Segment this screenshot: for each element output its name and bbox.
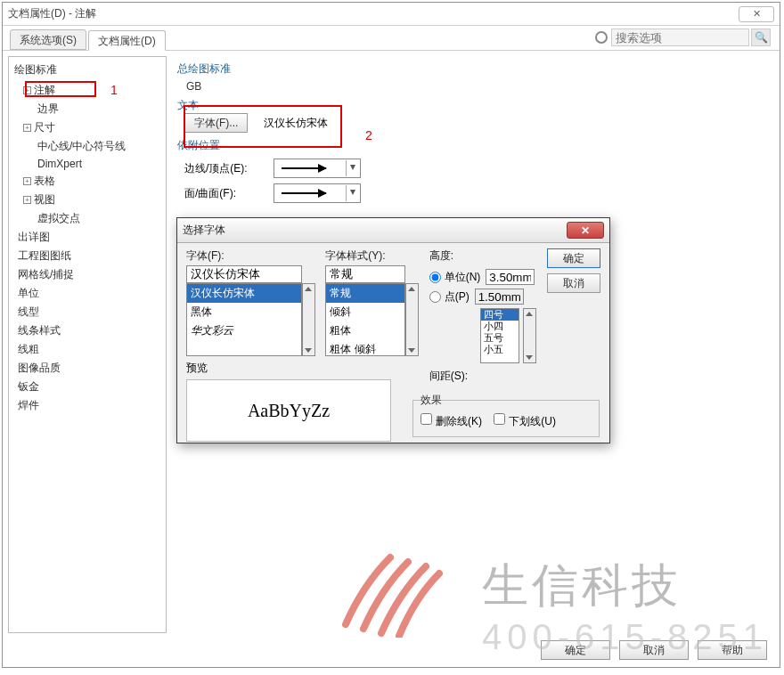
tree-item-virtual-sharps[interactable]: 虚拟交点 [34, 209, 166, 228]
tree-item-lineweight[interactable]: 线粗 [14, 340, 166, 359]
tree-item-annotations[interactable]: +注解 [20, 81, 166, 100]
list-item[interactable]: 常规 [326, 284, 404, 303]
strikeout-option[interactable]: 删除线(K) [421, 415, 482, 427]
window-title: 文档属性(D) - 注解 [8, 6, 739, 21]
underline-option[interactable]: 下划线(U) [494, 415, 556, 427]
unit-value-input[interactable] [486, 269, 535, 285]
attach-group: 依附位置 边线/顶点(E): ▾ 面/曲面(F): ▾ [177, 138, 769, 203]
close-icon[interactable]: ✕ [567, 222, 604, 239]
tree-item-linestyle[interactable]: 线条样式 [14, 321, 166, 340]
search-input[interactable] [611, 28, 749, 46]
face-label: 面/曲面(F): [184, 186, 274, 201]
unit-radio[interactable] [429, 272, 441, 283]
tree-item-units[interactable]: 单位 [14, 284, 166, 303]
style-list[interactable]: 常规 倾斜 粗体 粗体 倾斜 [325, 283, 405, 356]
spacing-label: 间距(S): [429, 369, 468, 384]
tab-document-properties[interactable]: 文档属性(D) [88, 30, 166, 51]
tree-item-image-quality[interactable]: 图像品质 [14, 359, 166, 378]
underline-checkbox[interactable] [494, 413, 505, 425]
search-icon[interactable]: 🔍 [751, 28, 771, 46]
chevron-down-icon: ▾ [346, 185, 358, 201]
font-dialog-title: 选择字体 [183, 223, 567, 238]
preview-sample: AaBbYyZz [186, 379, 391, 442]
expand-icon[interactable]: + [23, 177, 31, 185]
tree-item-detailing[interactable]: 出详图 [14, 228, 166, 247]
expand-icon[interactable]: + [23, 86, 31, 94]
tree-item-dimxpert[interactable]: DimXpert [34, 156, 166, 172]
list-item[interactable]: 黑体 [187, 303, 301, 321]
style-input[interactable] [325, 265, 405, 283]
scrollbar[interactable] [523, 308, 536, 363]
help-button[interactable]: 帮助 [698, 640, 767, 660]
scrollbar[interactable] [405, 283, 419, 356]
strikeout-checkbox[interactable] [421, 413, 432, 425]
gear-icon [595, 31, 608, 44]
attach-label: 依附位置 [177, 138, 769, 153]
category-tree: 绘图标准 +注解 边界 +尺寸 中心线/中心符号线 DimXpert +表格 +… [8, 56, 167, 633]
point-label: 点(P) [445, 289, 470, 305]
tree-item-weldments[interactable]: 焊件 [14, 396, 166, 415]
font-dialog-titlebar: 选择字体 ✕ [177, 218, 609, 243]
font-cancel-button[interactable]: 取消 [547, 273, 600, 293]
arrow-icon [282, 192, 326, 194]
titlebar: 文档属性(D) - 注解 ✕ [3, 3, 780, 26]
font-dialog: 选择字体 ✕ 字体(F): 汉仪长仿宋体 黑体 华文彩云 字体样式(Y): 常规… [176, 217, 610, 443]
std-label: 总绘图标准 [177, 58, 769, 78]
tree-item-dimension[interactable]: +尺寸 [20, 118, 166, 137]
arrow-icon [282, 167, 326, 169]
tree-item-tables[interactable]: +表格 [20, 172, 166, 191]
unit-label: 单位(N) [445, 270, 481, 285]
tree-item-sheets[interactable]: 工程图图纸 [14, 247, 166, 265]
font-list[interactable]: 汉仪长仿宋体 黑体 华文彩云 [186, 283, 302, 356]
font-field-label: 字体(F): [186, 248, 315, 265]
edge-label: 边线/顶点(E): [184, 161, 274, 176]
search-options: 🔍 [595, 28, 771, 46]
close-icon[interactable]: ✕ [739, 6, 774, 22]
effects-group: 效果 删除线(K) 下划线(U) [412, 393, 600, 437]
ok-button[interactable]: 确定 [541, 640, 610, 660]
size-list[interactable]: 四号 小四 五号 小五 [480, 308, 519, 363]
std-value: GB [177, 78, 769, 98]
chevron-down-icon: ▾ [346, 160, 358, 176]
list-item[interactable]: 汉仪长仿宋体 [187, 284, 301, 303]
expand-icon[interactable]: + [23, 124, 31, 132]
point-value-input [475, 289, 524, 305]
preview-label: 预览 [186, 361, 391, 376]
effects-label: 效果 [421, 393, 442, 408]
preview-group: 预览 AaBbYyZz [186, 361, 391, 442]
text-group: 文本 字体(F)... 汉仪长仿宋体 [177, 98, 769, 133]
edge-arrow-select[interactable]: ▾ [274, 159, 361, 178]
list-item[interactable]: 粗体 [326, 321, 404, 340]
face-arrow-select[interactable]: ▾ [274, 183, 361, 203]
current-font-name: 汉仪长仿宋体 [264, 117, 328, 129]
expand-icon[interactable]: + [23, 196, 31, 204]
point-radio[interactable] [429, 291, 441, 303]
height-label: 高度: [429, 248, 536, 265]
list-item[interactable]: 小四 [481, 321, 519, 332]
top-tab-bar: 系统选项(S) 文档属性(D) 🔍 [3, 26, 780, 51]
tree-item-sheetmetal[interactable]: 钣金 [14, 378, 166, 396]
list-item[interactable]: 华文彩云 [187, 321, 301, 340]
style-field-label: 字体样式(Y): [325, 248, 419, 265]
tree-item-grid[interactable]: 网格线/捕捉 [14, 265, 166, 284]
font-name-input[interactable] [186, 265, 302, 283]
list-item[interactable]: 小五 [481, 344, 519, 355]
text-label: 文本 [177, 98, 769, 113]
font-button[interactable]: 字体(F)... [184, 113, 248, 133]
list-item[interactable]: 四号 [481, 309, 519, 321]
list-item[interactable]: 粗体 倾斜 [326, 340, 404, 356]
tree-item-border[interactable]: 边界 [34, 100, 166, 118]
cancel-button[interactable]: 取消 [619, 640, 689, 660]
tree-root-label: 绘图标准 [9, 59, 166, 81]
font-ok-button[interactable]: 确定 [547, 248, 600, 268]
tab-system-options[interactable]: 系统选项(S) [10, 29, 86, 50]
tree-item-linetype[interactable]: 线型 [14, 303, 166, 321]
list-item[interactable]: 五号 [481, 332, 519, 344]
list-item[interactable]: 倾斜 [326, 303, 404, 321]
tree-item-centerline[interactable]: 中心线/中心符号线 [34, 137, 166, 156]
dialog-buttons: 确定 取消 帮助 [541, 640, 767, 660]
scrollbar[interactable] [302, 283, 315, 356]
tree-item-views[interactable]: +视图 [20, 191, 166, 209]
